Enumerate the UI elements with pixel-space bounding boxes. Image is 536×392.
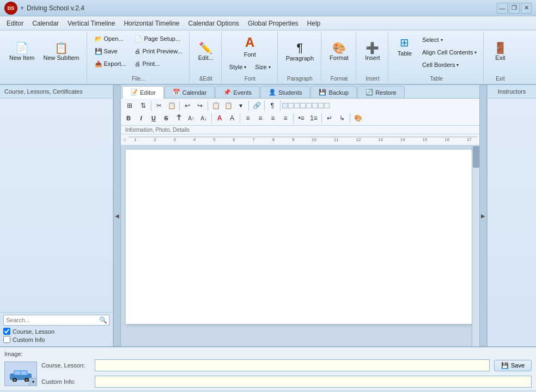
tb-align-right[interactable]: ≡ xyxy=(267,112,279,124)
left-collapse-arrow[interactable]: ◀ xyxy=(113,85,121,346)
select-button[interactable]: Select ▾ xyxy=(419,34,480,46)
editor-page[interactable] xyxy=(126,150,474,324)
tb-outdent[interactable]: ↳ xyxy=(336,112,348,124)
tb-cut[interactable]: ✂ xyxy=(153,100,165,112)
exit-button[interactable]: 🚪 Exit xyxy=(488,33,512,71)
tb-bold[interactable]: B xyxy=(123,112,135,124)
size-button[interactable]: Size ▾ xyxy=(252,61,273,73)
tb-select-all[interactable]: ⊞ xyxy=(123,100,137,112)
toolbar-row-2: B I U S T̄ A↑ A↓ A A ≡ ≡ ≡ ≡ •≡ xyxy=(123,112,478,124)
tb-indent[interactable]: ↵ xyxy=(324,112,336,124)
menu-calendar[interactable]: Calendar xyxy=(28,18,63,29)
tb-font-size-down[interactable]: A↓ xyxy=(198,112,210,124)
tab-calendar[interactable]: 📅 Calendar xyxy=(165,86,215,98)
page-setup-button[interactable]: 📄 Page Setup... xyxy=(131,33,185,45)
vertical-scrollbar[interactable] xyxy=(472,145,479,346)
tb-font-size-up[interactable]: A↑ xyxy=(185,112,197,124)
close-button[interactable]: ✕ xyxy=(521,3,532,14)
tb-align-center[interactable]: ≡ xyxy=(254,112,266,124)
search-box: 🔍 xyxy=(3,315,109,326)
paragraph-button[interactable]: ¶ Paragraph xyxy=(282,33,318,71)
menu-help[interactable]: Help xyxy=(303,18,325,29)
cell-6[interactable] xyxy=(312,103,318,108)
menu-editor[interactable]: Editor xyxy=(2,18,28,29)
new-item-button[interactable]: 📄 New Item xyxy=(5,33,38,71)
menu-horizontal-timeline[interactable]: Horizontal Timeline xyxy=(119,18,184,29)
editor-content[interactable] xyxy=(131,155,469,318)
restore-button[interactable]: ❐ xyxy=(509,3,520,14)
right-sidebar-title: Instructors xyxy=(488,85,536,99)
svg-rect-2 xyxy=(15,371,20,375)
cell-3[interactable] xyxy=(294,103,300,108)
style-button[interactable]: Style ▾ xyxy=(226,61,249,73)
tb-underline[interactable]: U xyxy=(148,112,160,124)
tb-numbered-list[interactable]: 1≡ xyxy=(308,112,320,124)
menu-global-properties[interactable]: Global Properties xyxy=(243,18,303,29)
tb-strikethrough[interactable]: S xyxy=(160,112,172,124)
cell-4[interactable] xyxy=(300,103,306,108)
font-button[interactable]: A Font xyxy=(238,33,262,60)
checkbox-course-lesson-input[interactable] xyxy=(3,328,10,335)
table-button[interactable]: ⊞ Table xyxy=(393,33,417,60)
tb-highlight[interactable]: A xyxy=(226,112,238,124)
tab-restore[interactable]: 🔄 Restore xyxy=(357,86,405,98)
tab-events[interactable]: 📌 Events xyxy=(215,86,260,98)
tb-insert-dropdown[interactable]: ▾ xyxy=(235,100,247,112)
tb-redo[interactable]: ↪ xyxy=(194,100,206,112)
tb-overline[interactable]: T̄ xyxy=(173,112,185,124)
save-record-button[interactable]: 💾 Save xyxy=(494,360,532,371)
menu-vertical-timeline[interactable]: Vertical Timeline xyxy=(63,18,119,29)
title-bar: DS ▾ Driving School v.2.4 — ❐ ✕ xyxy=(0,0,536,16)
tb-paste-special[interactable]: 📋 xyxy=(210,100,222,112)
custom-info-input[interactable] xyxy=(95,376,532,388)
tab-backup[interactable]: 💾 Backup xyxy=(310,86,357,98)
format-bar: Information, Photo, Details xyxy=(121,126,479,134)
ruler: ◇ 1234567891011121314151617 xyxy=(121,134,479,145)
menu-calendar-options[interactable]: Calendar Options xyxy=(184,18,243,29)
tb-sep-10 xyxy=(321,113,322,123)
tb-align-left[interactable]: ≡ xyxy=(242,112,254,124)
tb-paste[interactable]: 📋 xyxy=(222,100,234,112)
export-button[interactable]: 📤 Export... xyxy=(92,58,130,70)
tb-italic[interactable]: I xyxy=(135,112,147,124)
tb-font-color[interactable]: A xyxy=(214,112,226,124)
search-input[interactable] xyxy=(4,316,98,324)
open-button[interactable]: 📂 Open... xyxy=(92,33,130,45)
align-cell-button[interactable]: Align Cell Contents ▾ xyxy=(419,46,480,58)
image-placeholder[interactable]: ▾ xyxy=(4,362,37,386)
format-group-label: Format xyxy=(331,75,348,82)
minimize-button[interactable]: — xyxy=(497,3,508,14)
tb-link[interactable]: 🔗 xyxy=(251,100,263,112)
cell-8[interactable] xyxy=(324,103,330,108)
checkbox-custom-info-input[interactable] xyxy=(3,336,10,343)
scrollbar-thumb[interactable] xyxy=(473,146,479,168)
cell-borders-button[interactable]: Cell Borders ▾ xyxy=(419,59,480,71)
tb-justify[interactable]: ≡ xyxy=(279,112,291,124)
format-button[interactable]: 🎨 Format xyxy=(326,33,352,71)
insert-button[interactable]: ➕ Insert xyxy=(361,33,385,71)
print-preview-button[interactable]: 🖨 Print Preview... xyxy=(131,45,185,57)
search-button[interactable]: 🔍 xyxy=(98,315,109,325)
cell-1[interactable] xyxy=(282,103,288,108)
tb-undo[interactable]: ↩ xyxy=(181,100,193,112)
save-button[interactable]: 💾 Save xyxy=(92,45,130,57)
new-subitem-icon: 📋 xyxy=(54,42,68,53)
tb-copy[interactable]: 📋 xyxy=(166,100,178,112)
tb-bullet-list[interactable]: •≡ xyxy=(295,112,307,124)
course-lesson-input[interactable] xyxy=(95,359,490,371)
tab-editor[interactable]: 📝 Editor xyxy=(122,86,164,99)
print-button[interactable]: 🖨 Print... xyxy=(131,58,185,70)
edit-button[interactable]: ✏️ Edit... xyxy=(194,33,218,71)
tab-students[interactable]: 👤 Students xyxy=(260,86,310,98)
right-collapse-arrow[interactable]: ▶ xyxy=(479,85,487,346)
tb-sep-7 xyxy=(211,113,212,123)
new-subitem-button[interactable]: 📋 New SubItem xyxy=(39,33,83,71)
cell-2[interactable] xyxy=(288,103,294,108)
cell-5[interactable] xyxy=(306,103,312,108)
cell-7[interactable] xyxy=(318,103,324,108)
tb-sort[interactable]: ⇅ xyxy=(137,100,149,112)
tb-paragraph-mark[interactable]: ¶ xyxy=(266,100,278,112)
image-dropdown-arrow[interactable]: ▾ xyxy=(29,378,36,385)
custom-info-label: Custom Info: xyxy=(41,378,90,385)
tb-format-paint[interactable]: 🎨 xyxy=(352,112,364,124)
